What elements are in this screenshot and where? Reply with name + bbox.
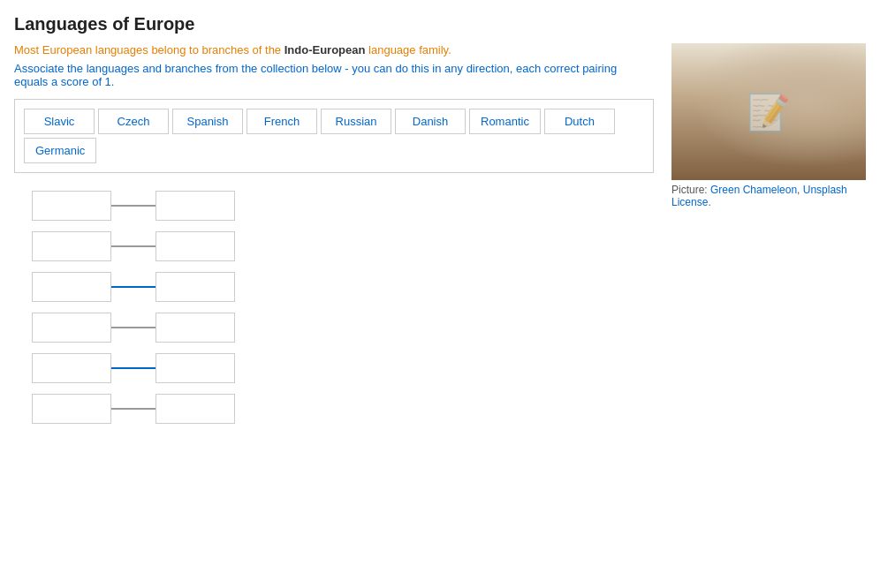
right-column: Picture: Green Chameleon, Unsplash Licen… [671,43,866,424]
pair-row-5 [32,353,654,383]
pair-connector-1 [111,205,156,207]
pair-right-1[interactable] [156,191,235,221]
pair-row-4 [32,313,654,343]
word-tile-danish[interactable]: Danish [395,109,466,134]
pairs-area [14,191,654,424]
pair-right-4[interactable] [156,313,235,343]
word-tile-germanic[interactable]: Germanic [24,138,96,163]
pair-connector-6 [111,408,156,410]
word-bank: Slavic Czech Spanish French Russian Dani… [14,99,654,173]
pair-connector-2 [111,245,156,247]
author-link[interactable]: Green Chameleon [710,184,797,196]
word-tile-romantic[interactable]: Romantic [469,109,541,134]
word-tile-french[interactable]: French [247,109,317,134]
word-tile-slavic[interactable]: Slavic [24,109,95,134]
pair-left-4[interactable] [32,313,111,343]
intro-text-after: language family. [365,43,451,57]
photo-container: Picture: Green Chameleon, Unsplash Licen… [671,43,866,208]
pair-right-6[interactable] [156,394,235,424]
intro-paragraph: Most European languages belong to branch… [14,43,654,57]
intro-text-before: Most European languages belong to branch… [14,43,284,57]
word-tile-dutch[interactable]: Dutch [544,109,615,134]
word-tile-russian[interactable]: Russian [321,109,391,134]
indo-european-bold: Indo-European [284,43,366,57]
pair-row-1 [32,191,654,221]
pair-right-5[interactable] [156,353,235,383]
pair-connector-5 [111,367,156,369]
pair-connector-3 [111,286,156,288]
caption-prefix: Picture: [671,184,710,196]
pair-left-1[interactable] [32,191,111,221]
instruction-text: Associate the languages and branches fro… [14,62,654,88]
pair-left-3[interactable] [32,272,111,302]
left-column: Most European languages belong to branch… [14,43,654,424]
pair-connector-4 [111,327,156,328]
pair-left-2[interactable] [32,231,111,261]
page-title: Languages of Europe [14,14,866,34]
caption-period: . [708,196,710,208]
pair-left-6[interactable] [32,394,111,424]
pair-row-2 [32,231,654,261]
word-tile-czech[interactable]: Czech [98,109,169,134]
photo-image [671,43,866,180]
pair-row-3 [32,272,654,302]
pair-left-5[interactable] [32,353,111,383]
pair-row-6 [32,394,654,424]
pair-right-3[interactable] [156,272,235,302]
word-tile-spanish[interactable]: Spanish [172,109,243,134]
pair-right-2[interactable] [156,231,235,261]
photo-caption: Picture: Green Chameleon, Unsplash Licen… [671,184,866,208]
